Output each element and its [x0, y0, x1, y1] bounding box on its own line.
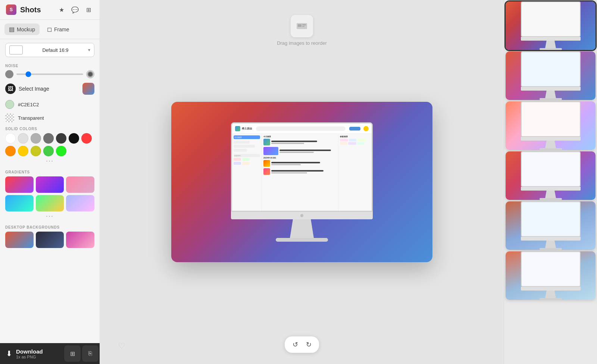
thumbnail-3[interactable]	[506, 101, 596, 150]
app-logo: S	[6, 4, 16, 15]
chat-button[interactable]: 💬	[70, 4, 80, 15]
thumbnail-2[interactable]	[506, 51, 596, 100]
color-swatch-gray[interactable]	[31, 133, 41, 144]
gradient-swatch-3[interactable]	[66, 176, 94, 193]
color-swatch-lightgray[interactable]	[18, 133, 28, 144]
download-title: Download	[16, 348, 43, 355]
thumbnail-6[interactable]	[506, 251, 596, 300]
imac-chin	[231, 212, 373, 219]
imac-stand	[287, 219, 317, 238]
solid-colors-more[interactable]: ···	[5, 156, 94, 166]
tab-mockup-label: Mockup	[17, 26, 35, 32]
gradients-section: GRADIENTS ···	[0, 168, 100, 223]
desktop-bg-label: DESKTOP BACKGROUNDS	[5, 225, 94, 229]
format-selector-button[interactable]: Default 16:9 ▾	[5, 43, 94, 57]
svg-rect-1	[298, 24, 301, 27]
desktop-bg-2[interactable]	[36, 232, 64, 248]
gradient-swatch-4[interactable]	[5, 195, 34, 211]
svg-rect-2	[302, 24, 306, 25]
download-icon: ⬇	[6, 349, 12, 358]
redo-button[interactable]: ↻	[303, 339, 315, 351]
sidebar-tabs: ▤ Mockup ◻ Frame	[0, 20, 100, 39]
imac-camera-dot	[300, 214, 303, 217]
solid-colors-section: SOLID COLORS ···	[0, 125, 100, 168]
desktop-bg-grid	[5, 232, 94, 248]
color-swatch-green[interactable]	[43, 146, 54, 156]
format-label: Default 16:9	[26, 47, 85, 53]
grid-button[interactable]: ⊞	[83, 4, 94, 15]
noise-on-icon	[86, 70, 94, 78]
transparent-icon	[5, 113, 14, 122]
tab-frame-label: Frame	[54, 26, 69, 32]
color-swatch-brightgreen[interactable]	[56, 146, 66, 156]
frame-icon: ◻	[47, 26, 52, 33]
download-text: Download 1x as PNG	[16, 348, 43, 359]
thumbnail-1[interactable]	[506, 1, 596, 50]
mockup-icon: ▤	[9, 26, 15, 33]
app-title: Shots	[20, 6, 41, 14]
gradient-swatch-1[interactable]	[5, 176, 34, 193]
gradient-swatch-6[interactable]	[66, 195, 94, 211]
noise-off-icon	[5, 70, 13, 78]
format-preview	[9, 46, 23, 54]
main-canvas: Drag images to reorder 稀土掘金	[100, 0, 504, 364]
copy-button[interactable]: ⎘	[82, 345, 99, 362]
format-section: Default 16:9 ▾	[0, 39, 100, 61]
bottom-bar: ⬇ Download 1x as PNG ⊞ ⎘	[0, 343, 100, 364]
current-color-swatch[interactable]	[82, 83, 94, 95]
color-swatch-red[interactable]	[81, 133, 92, 144]
gradients-grid	[5, 176, 94, 211]
gradients-more[interactable]: ···	[5, 211, 94, 221]
select-image-icon: 🖼	[5, 84, 16, 94]
screen-content: 稀土掘金 今日推荐 标签/种草	[232, 123, 372, 211]
color-swatch-yellow[interactable]	[18, 146, 28, 156]
color-hex-option[interactable]: #C2E1C2	[0, 98, 100, 111]
color-swatch-white[interactable]	[5, 133, 16, 144]
transparent-option[interactable]: Transparent	[0, 111, 100, 125]
desktop-bg-section: DESKTOP BACKGROUNDS	[0, 223, 100, 250]
color-hex-label: #C2E1C2	[18, 102, 39, 107]
select-image-label: Select Image	[19, 86, 49, 92]
desktop-bg-3[interactable]	[66, 232, 94, 248]
thumbnail-4[interactable]	[506, 151, 596, 200]
undo-redo-bar: ↺ ↻	[285, 336, 319, 353]
canvas-frame: 稀土掘金 今日推荐 标签/种草	[171, 102, 432, 262]
sidebar-header: S Shots ★ 💬 ⊞	[0, 0, 100, 20]
solid-colors-label: SOLID COLORS	[5, 127, 94, 131]
select-image-row: 🖼 Select Image	[0, 80, 100, 98]
gradient-swatch-2[interactable]	[36, 176, 64, 193]
color-swatch-olive[interactable]	[31, 146, 41, 156]
imac-screen: 稀土掘金 今日推荐 标签/种草	[231, 122, 373, 212]
share-options-button[interactable]: ⊞	[64, 345, 81, 362]
drag-icon	[291, 15, 313, 37]
select-image-button[interactable]: 🖼 Select Image	[5, 84, 79, 94]
noise-slider[interactable]	[16, 73, 83, 75]
header-icons: ★ 💬 ⊞	[56, 4, 94, 15]
noise-label: NOISE	[5, 64, 94, 68]
gradient-swatch-5[interactable]	[36, 195, 64, 211]
color-swatch-black[interactable]	[69, 133, 79, 144]
heart-button[interactable]: ♡	[115, 339, 128, 353]
download-button[interactable]: ⬇ Download 1x as PNG	[0, 348, 64, 359]
imac-base	[276, 238, 328, 242]
color-swatch-orange[interactable]	[5, 146, 16, 156]
star-button[interactable]: ★	[56, 4, 67, 15]
sidebar: S Shots ★ 💬 ⊞ ▤ Mockup ◻ Frame Default 1…	[0, 0, 100, 364]
right-panel	[504, 0, 597, 364]
noise-controls	[5, 70, 94, 78]
tab-frame[interactable]: ◻ Frame	[43, 23, 74, 35]
thumbnail-5[interactable]	[506, 201, 596, 250]
imac-mockup: 稀土掘金 今日推荐 标签/种草	[222, 122, 382, 242]
chevron-down-icon: ▾	[88, 47, 90, 53]
tab-mockup[interactable]: ▤ Mockup	[4, 23, 40, 35]
drag-hint: Drag images to reorder	[277, 15, 327, 46]
drag-hint-text: Drag images to reorder	[277, 40, 327, 46]
color-swatch-darkgray[interactable]	[43, 133, 54, 144]
color-hex-dot	[5, 100, 14, 109]
solid-colors-grid	[5, 133, 94, 156]
color-swatch-verydark[interactable]	[56, 133, 66, 144]
noise-section: NOISE	[0, 61, 100, 80]
desktop-bg-1[interactable]	[5, 232, 34, 248]
undo-button[interactable]: ↺	[289, 339, 301, 351]
transparent-label: Transparent	[18, 115, 44, 121]
